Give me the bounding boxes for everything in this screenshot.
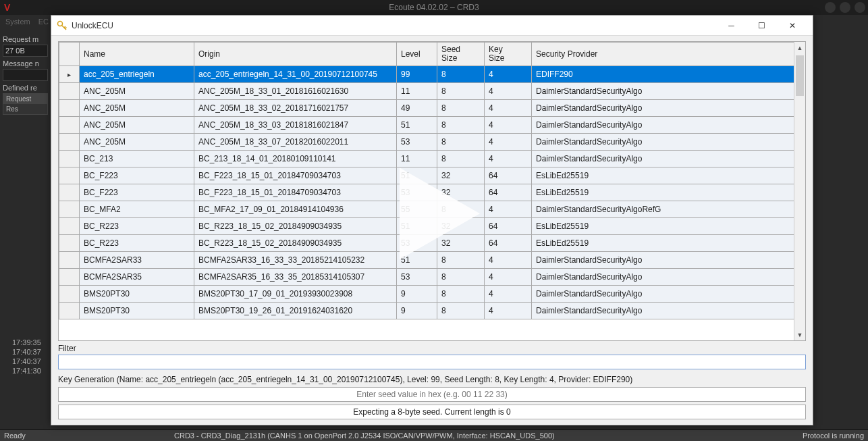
grid-scrollbar[interactable]: ▲ ▼ <box>794 42 805 340</box>
table-row[interactable]: BMS20PT30BMS20PT30_17_09_01_201939300239… <box>59 286 805 303</box>
cell-name[interactable]: BC_R223 <box>80 218 194 235</box>
cell-key[interactable]: 4 <box>485 66 532 83</box>
row-handle[interactable] <box>59 201 80 218</box>
cell-level[interactable]: 9 <box>397 286 437 303</box>
request-m-input[interactable] <box>3 45 48 57</box>
cell-origin[interactable]: BCMFA2SAR33_16_33_33_20185214105232 <box>194 252 397 269</box>
table-row[interactable]: BC_MFA2BC_MFA2_17_09_01_2018491410493655… <box>59 201 805 218</box>
cell-name[interactable]: BMS20PT30 <box>80 303 194 319</box>
cell-key[interactable]: 4 <box>485 269 532 286</box>
row-handle[interactable] <box>59 134 80 151</box>
cell-key[interactable]: 64 <box>485 184 532 201</box>
cell-prov[interactable]: DaimlerStandardSecurityAlgo <box>532 117 805 134</box>
cell-prov[interactable]: EDIFF290 <box>532 66 805 83</box>
cell-prov[interactable]: DaimlerStandardSecurityAlgoRefG <box>532 201 805 218</box>
minimize-icon[interactable] <box>825 2 836 13</box>
message-n-input[interactable] <box>3 69 48 81</box>
filter-input[interactable] <box>58 355 806 369</box>
cell-name[interactable]: ANC_205M <box>80 117 194 134</box>
cell-seed[interactable]: 8 <box>437 286 485 303</box>
cell-key[interactable]: 64 <box>485 235 532 252</box>
cell-key[interactable]: 64 <box>485 167 532 184</box>
cell-level[interactable]: 11 <box>397 151 437 167</box>
cell-prov[interactable]: EsLibEd25519 <box>532 218 805 235</box>
cell-prov[interactable]: DaimlerStandardSecurityAlgo <box>532 303 805 319</box>
row-handle[interactable] <box>59 83 80 100</box>
cell-origin[interactable]: BMS20PT30_17_09_01_20193930023908 <box>194 286 397 303</box>
table-row[interactable]: ANC_205MANC_205M_18_33_07_20182016022011… <box>59 134 805 151</box>
cell-key[interactable]: 4 <box>485 252 532 269</box>
cell-level[interactable]: 99 <box>397 66 437 83</box>
table-row[interactable]: ANC_205MANC_205M_18_33_01_20181616021630… <box>59 83 805 100</box>
row-handle[interactable] <box>59 303 80 319</box>
menu-system[interactable]: System <box>5 18 30 26</box>
cell-name[interactable]: BCMFA2SAR35 <box>80 269 194 286</box>
table-row[interactable]: BCMFA2SAR35BCMFA2SAR35_16_33_35_20185314… <box>59 269 805 286</box>
table-row[interactable]: BC_F223BC_F223_18_15_01_2018470903470353… <box>59 184 805 201</box>
outer-titlebar[interactable]: V Ecoute 04.02.02 – CRD3 <box>0 0 868 15</box>
cell-prov[interactable]: DaimlerStandardSecurityAlgo <box>532 134 805 151</box>
row-handle[interactable] <box>59 235 80 252</box>
table-row[interactable]: acc_205_entriegelnacc_205_entriegeln_14_… <box>59 66 805 83</box>
table-row[interactable]: BC_F223BC_F223_18_15_01_2018470903470351… <box>59 167 805 184</box>
seed-input[interactable] <box>58 387 806 402</box>
col-origin[interactable]: Origin <box>194 43 397 66</box>
cell-name[interactable]: ANC_205M <box>80 83 194 100</box>
cell-name[interactable]: BC_MFA2 <box>80 201 194 218</box>
row-handle[interactable] <box>59 269 80 286</box>
cell-key[interactable]: 4 <box>485 201 532 218</box>
col-name[interactable]: Name <box>80 43 194 66</box>
cell-key[interactable]: 4 <box>485 100 532 117</box>
cell-origin[interactable]: ANC_205M_18_33_02_20181716021757 <box>194 100 397 117</box>
cell-name[interactable]: BC_R223 <box>80 235 194 252</box>
row-handle[interactable] <box>59 100 80 117</box>
cell-seed[interactable]: 8 <box>437 303 485 319</box>
scroll-thumb[interactable] <box>796 55 804 96</box>
cell-seed[interactable]: 8 <box>437 269 485 286</box>
cell-level[interactable]: 51 <box>397 167 437 184</box>
cell-level[interactable]: 55 <box>397 201 437 218</box>
row-handle[interactable] <box>59 184 80 201</box>
table-row[interactable]: ANC_205MANC_205M_18_33_03_20181816021847… <box>59 117 805 134</box>
cell-origin[interactable]: ANC_205M_18_33_03_20181816021847 <box>194 117 397 134</box>
cell-level[interactable]: 11 <box>397 83 437 100</box>
cell-seed[interactable]: 8 <box>437 117 485 134</box>
cell-seed[interactable]: 8 <box>437 252 485 269</box>
cell-seed[interactable]: 32 <box>437 167 485 184</box>
cell-prov[interactable]: EsLibEd25519 <box>532 184 805 201</box>
col-key-size[interactable]: KeySize <box>485 43 532 66</box>
cell-seed[interactable]: 8 <box>437 66 485 83</box>
cell-level[interactable]: 53 <box>397 235 437 252</box>
cell-origin[interactable]: BC_F223_18_15_01_20184709034703 <box>194 184 397 201</box>
table-row[interactable]: BCMFA2SAR33BCMFA2SAR33_16_33_33_20185214… <box>59 252 805 269</box>
scroll-down-icon[interactable]: ▼ <box>794 329 805 340</box>
cell-key[interactable]: 4 <box>485 134 532 151</box>
cell-origin[interactable]: BMS20PT30_19_26_01_20191624031620 <box>194 303 397 319</box>
table-row[interactable]: BMS20PT30BMS20PT30_19_26_01_201916240316… <box>59 303 805 319</box>
cell-seed[interactable]: 32 <box>437 184 485 201</box>
cell-origin[interactable]: ANC_205M_18_33_01_20181616021630 <box>194 83 397 100</box>
cell-seed[interactable]: 8 <box>437 134 485 151</box>
cell-origin[interactable]: BC_R223_18_15_02_20184909034935 <box>194 235 397 252</box>
maximize-icon[interactable] <box>840 2 850 13</box>
cell-name[interactable]: ANC_205M <box>80 100 194 117</box>
cell-seed[interactable]: 8 <box>437 100 485 117</box>
cell-name[interactable]: ANC_205M <box>80 134 194 151</box>
cell-seed[interactable]: 8 <box>437 83 485 100</box>
row-handle[interactable] <box>59 117 80 134</box>
cell-key[interactable]: 4 <box>485 286 532 303</box>
cell-level[interactable]: 53 <box>397 134 437 151</box>
cell-level[interactable]: 51 <box>397 117 437 134</box>
table-row[interactable]: ANC_205MANC_205M_18_33_02_20181716021757… <box>59 100 805 117</box>
dialog-close-button[interactable]: ✕ <box>777 16 807 35</box>
cell-seed[interactable]: 8 <box>437 151 485 167</box>
cell-key[interactable]: 64 <box>485 218 532 235</box>
cell-key[interactable]: 4 <box>485 83 532 100</box>
cell-level[interactable]: 51 <box>397 252 437 269</box>
col-seed-size[interactable]: SeedSize <box>437 43 485 66</box>
table-row[interactable]: BC_R223BC_R223_18_15_02_2018490903493551… <box>59 218 805 235</box>
close-icon[interactable] <box>855 2 865 13</box>
cell-origin[interactable]: ANC_205M_18_33_07_20182016022011 <box>194 134 397 151</box>
row-handle[interactable] <box>59 218 80 235</box>
row-handle[interactable] <box>59 151 80 167</box>
